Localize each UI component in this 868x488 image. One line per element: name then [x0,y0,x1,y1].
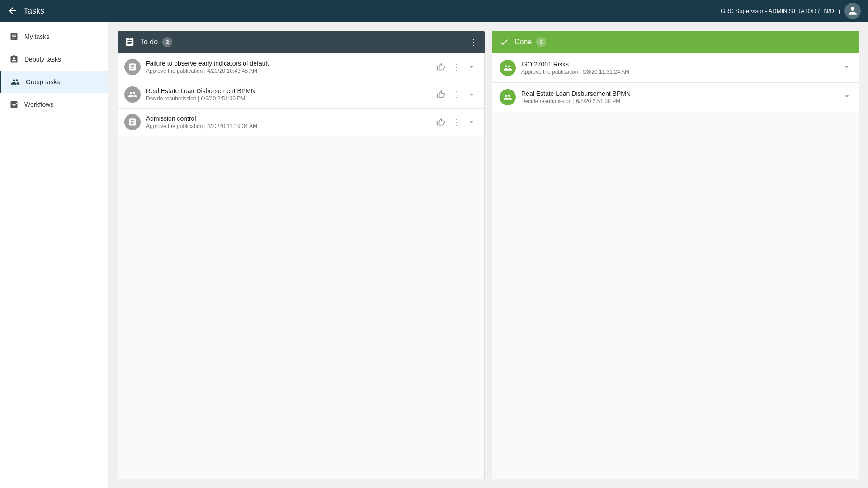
sidebar-item-deputy-tasks[interactable]: Deputy tasks [0,48,108,71]
done-avatar [500,60,516,76]
todo-column: To do 3 ⋮ Failure to observe early indic… [118,31,485,479]
done-info: Real Estate Loan Disbursement BPMN Decid… [521,90,837,104]
task-subtitle: Decide resubmission | 6/9/20 2:51:30 PM [146,95,429,102]
task-more-button[interactable]: ⋮ [450,116,462,128]
task-info: Failure to observe early indicators of d… [146,60,429,74]
done-header: Done 2 [492,31,859,53]
workflow-icon [9,99,19,109]
done-task-list: ISO 27001 Risks Approve the publication … [492,53,859,479]
table-row: Admission control Approve the publicatio… [118,109,484,136]
done-task-name: ISO 27001 Risks [521,61,837,68]
task-expand-button[interactable] [465,61,478,73]
sidebar-item-my-tasks-label: My tasks [24,33,49,40]
todo-badge: 3 [162,37,172,47]
done-item-expand-button[interactable] [842,92,851,103]
task-name: Real Estate Loan Disbursement BPMN [146,87,429,95]
task-info: Real Estate Loan Disbursement BPMN Decid… [146,87,429,102]
content-area: To do 3 ⋮ Failure to observe early indic… [108,22,868,488]
task-expand-button[interactable] [465,116,478,128]
task-avatar [124,114,141,130]
task-actions: ⋮ [434,116,478,128]
task-expand-button[interactable] [465,88,478,101]
task-subtitle: Approve the publication | 4/23/20 10:43:… [146,68,429,74]
table-row: Failure to observe early indicators of d… [118,53,484,81]
done-badge: 2 [536,37,546,47]
list-item: Real Estate Loan Disbursement BPMN Decid… [492,83,859,112]
task-avatar [124,86,141,103]
sidebar-item-my-tasks[interactable]: My tasks [0,25,108,48]
done-task-name: Real Estate Loan Disbursement BPMN [521,90,837,97]
todo-column-title: To do [140,38,158,46]
done-item-expand-button[interactable] [842,62,851,74]
task-subtitle: Approve the publication | 4/23/20 11:19:… [146,123,429,129]
user-info: GRC Supervisor - ADMINISTRATOR (EN/DE) [721,8,840,14]
done-task-subtitle: Decide resubmission | 6/8/20 2:51:30 PM [521,98,837,104]
task-thumbs-icon[interactable] [434,116,447,128]
main-layout: My tasks Deputy tasks Group tasks Workfl… [0,22,868,488]
sidebar-item-workflows[interactable]: Workflows [0,93,108,116]
task-avatar [124,59,141,75]
task-more-button[interactable]: ⋮ [450,61,462,73]
sidebar: My tasks Deputy tasks Group tasks Workfl… [0,22,108,488]
done-column-icon [498,36,510,48]
task-actions: ⋮ [434,88,478,101]
done-column: Done 2 ISO 27001 Risks Approve the publi… [492,31,859,479]
sidebar-item-workflows-label: Workflows [24,101,53,108]
done-task-subtitle: Approve the publication | 6/8/20 11:31:2… [521,69,837,75]
task-thumbs-icon[interactable] [434,61,447,73]
sidebar-item-group-tasks-label: Group tasks [26,78,60,85]
todo-column-icon [124,36,136,48]
task-info: Admission control Approve the publicatio… [146,115,429,129]
sidebar-item-deputy-tasks-label: Deputy tasks [24,56,61,63]
sidebar-item-group-tasks[interactable]: Group tasks [0,71,108,93]
group-icon [10,77,20,87]
clipboard-user-icon [9,54,19,64]
done-info: ISO 27001 Risks Approve the publication … [521,61,837,75]
task-actions: ⋮ [434,61,478,73]
table-row: Real Estate Loan Disbursement BPMN Decid… [118,81,484,109]
todo-task-list: Failure to observe early indicators of d… [118,53,485,479]
list-item: ISO 27001 Risks Approve the publication … [492,53,859,83]
page-title: Tasks [24,6,44,16]
task-thumbs-icon[interactable] [434,88,447,101]
back-button[interactable] [7,5,18,16]
todo-header: To do 3 ⋮ [118,31,485,53]
avatar[interactable] [844,3,861,19]
task-name: Failure to observe early indicators of d… [146,60,429,67]
done-avatar [500,89,516,105]
done-column-title: Done [514,38,532,46]
topbar: Tasks GRC Supervisor - ADMINISTRATOR (EN… [0,0,868,22]
task-name: Admission control [146,115,429,122]
clipboard-icon [9,32,19,42]
todo-menu-button[interactable]: ⋮ [469,37,478,47]
task-more-button[interactable]: ⋮ [450,88,462,101]
